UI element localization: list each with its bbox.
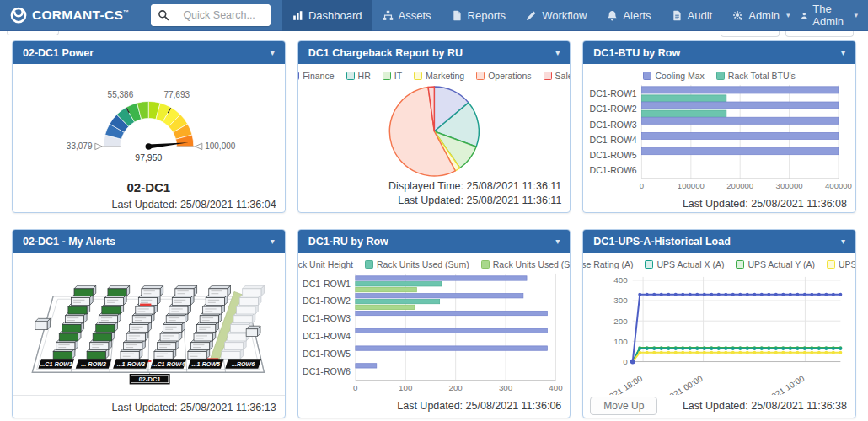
panel-header[interactable]: 02-DC1 - My Alerts ▾ xyxy=(13,230,285,253)
legend-item[interactable]: Cooling Max xyxy=(643,71,704,81)
search-button[interactable] xyxy=(151,4,176,26)
svg-text:...C1-ROW1: ...C1-ROW1 xyxy=(40,361,73,368)
panel-header[interactable]: DC1 Chargeback Report by RU ▾ xyxy=(298,41,571,64)
svg-text:02-DC1: 02-DC1 xyxy=(139,376,161,383)
collapse-caret-icon: ▾ xyxy=(555,237,560,246)
legend-item[interactable]: Rack Units Used (Server) xyxy=(481,259,571,269)
nav-label: Dashboard xyxy=(308,9,362,22)
svg-text:97,950: 97,950 xyxy=(135,153,162,163)
svg-text:300: 300 xyxy=(614,296,629,305)
nav-item-workflow[interactable]: Workflow xyxy=(516,0,597,31)
panel-ups-historical-load: DC1-UPS-A-Historical Load ▾ UPS Phase Ra… xyxy=(582,229,856,418)
svg-text:100000: 100000 xyxy=(678,181,705,190)
legend-item[interactable]: Rack Unit Height xyxy=(297,259,353,269)
nav-item-admin[interactable]: Admin ▾ xyxy=(722,0,800,31)
svg-text:DC1-ROW2: DC1-ROW2 xyxy=(303,296,351,306)
legend-swatch xyxy=(643,72,651,80)
last-updated: Last Updated: 25/08/2021 11:36:11 xyxy=(307,194,562,208)
legend-item[interactable]: Operations xyxy=(476,71,531,81)
legend-swatch xyxy=(481,260,490,269)
last-updated: Last Updated: 25/08/2021 11:36:38 xyxy=(683,400,847,412)
collapse-caret-icon: ▾ xyxy=(271,237,275,246)
panel-title: DC1-BTU by Row xyxy=(593,47,680,59)
legend-label: UPS Actual Y (A) xyxy=(747,259,815,269)
legend-swatch xyxy=(297,72,300,80)
svg-text:...1-ROW3: ...1-ROW3 xyxy=(117,361,146,368)
last-updated: Last Updated: 25/08/2021 11:36:13 xyxy=(13,395,285,418)
cormant-logo-icon xyxy=(10,7,27,24)
svg-text:0: 0 xyxy=(640,181,644,190)
legend-item[interactable]: Rack Units Used (Sum) xyxy=(365,259,469,269)
svg-text:100,000: 100,000 xyxy=(205,141,236,151)
legend-item[interactable]: Rack Total BTU's xyxy=(716,71,796,81)
legend-swatch xyxy=(736,260,744,269)
svg-text:0: 0 xyxy=(353,383,358,392)
panel-title: 02-DC1 - My Alerts xyxy=(23,236,115,248)
legend-label: UPS Actual Z (A) xyxy=(839,259,856,269)
svg-text:DC1-ROW4: DC1-ROW4 xyxy=(303,331,351,341)
audit-file-icon xyxy=(672,10,683,21)
legend-label: Marketing xyxy=(426,71,464,81)
nav-label: Audit xyxy=(688,9,713,22)
svg-text:100: 100 xyxy=(614,337,629,346)
displayed-time: Displayed Time: 25/08/2021 11:36:11 xyxy=(307,179,562,194)
user-menu[interactable]: The Admin ▾ xyxy=(801,3,858,28)
nav-item-dashboard[interactable]: Dashboard xyxy=(282,0,372,31)
legend-label: Rack Total BTU's xyxy=(728,71,796,81)
move-up-button[interactable]: Move Up xyxy=(590,397,657,415)
pencil-icon xyxy=(526,10,537,21)
svg-text:DC1-ROW6: DC1-ROW6 xyxy=(303,366,351,376)
clipped-button[interactable] xyxy=(721,31,780,37)
svg-text:77,693: 77,693 xyxy=(163,90,190,99)
nav-item-audit[interactable]: Audit xyxy=(662,0,723,31)
collapse-caret-icon: ▾ xyxy=(271,48,275,57)
panel-btu-by-row: DC1-BTU by Row ▾ Cooling MaxRack Total B… xyxy=(582,40,856,213)
legend-swatch xyxy=(383,72,391,80)
nav-item-reports[interactable]: Reports xyxy=(442,0,517,31)
datacenter-isometric-map[interactable]: ...C1-ROW1...-ROW2...1-ROW3...C1-ROW4...… xyxy=(18,254,279,387)
search-input[interactable] xyxy=(176,4,271,26)
collapse-caret-icon: ▾ xyxy=(841,237,845,246)
legend-label: Sales xyxy=(555,71,571,81)
legend-item[interactable]: Finance xyxy=(297,71,335,81)
svg-text:55,386: 55,386 xyxy=(108,90,134,99)
panel-header[interactable]: DC1-UPS-A-Historical Load ▾ xyxy=(583,230,855,253)
search-icon xyxy=(158,9,169,21)
nav-label: Reports xyxy=(468,9,506,22)
svg-text:...C1-ROW4: ...C1-ROW4 xyxy=(153,361,185,368)
clipped-button[interactable] xyxy=(7,31,59,35)
legend-item[interactable]: HR xyxy=(346,71,371,81)
ru-bar-chart: 0100200300400DC1-ROW1DC1-ROW2DC1-ROW3DC1… xyxy=(298,272,571,398)
legend-item[interactable]: Marketing xyxy=(414,71,464,81)
collapse-caret-icon: ▾ xyxy=(841,48,845,57)
panel-header[interactable]: DC1-RU by Row ▾ xyxy=(298,230,571,253)
legend-swatch xyxy=(544,72,552,80)
legend-swatch xyxy=(716,72,725,80)
svg-text:DC1-ROW1: DC1-ROW1 xyxy=(590,88,637,99)
legend-item[interactable]: UPS Actual X (A) xyxy=(645,259,724,269)
quick-search-group xyxy=(151,4,271,26)
legend-label: Cooling Max xyxy=(655,71,704,81)
svg-text:100: 100 xyxy=(399,383,413,392)
nav-label: Assets xyxy=(399,9,431,22)
legend-item[interactable]: IT xyxy=(383,71,402,81)
svg-text:DC1-ROW1: DC1-ROW1 xyxy=(303,279,351,289)
legend-item[interactable]: UPS Phase Rating (A) xyxy=(582,259,633,269)
panel-header[interactable]: 02-DC1 Power ▾ xyxy=(13,41,285,64)
brand[interactable]: CORMANT-CS™ xyxy=(10,7,129,24)
svg-text:...-ROW2: ...-ROW2 xyxy=(82,361,107,368)
svg-text:DC1-ROW5: DC1-ROW5 xyxy=(590,150,637,160)
nav-item-assets[interactable]: Assets xyxy=(372,0,442,31)
ups-line-chart: 010020030040024/08/2021 18:0025/08/2021 … xyxy=(583,272,855,395)
legend-item[interactable]: UPS Actual Z (A) xyxy=(827,259,856,269)
panel-header[interactable]: DC1-BTU by Row ▾ xyxy=(583,41,855,64)
nav-item-alerts[interactable]: Alerts xyxy=(597,0,661,31)
trademark: ™ xyxy=(123,9,129,15)
svg-text:24/08/2021 18:00: 24/08/2021 18:00 xyxy=(585,373,645,395)
chevron-down-icon: ▾ xyxy=(854,11,858,19)
gears-icon xyxy=(732,10,743,21)
svg-text:25/08/2021 10:00: 25/08/2021 10:00 xyxy=(747,373,806,395)
legend-item[interactable]: Sales xyxy=(544,71,571,81)
clipped-button[interactable] xyxy=(785,31,854,37)
legend-item[interactable]: UPS Actual Y (A) xyxy=(736,259,815,269)
